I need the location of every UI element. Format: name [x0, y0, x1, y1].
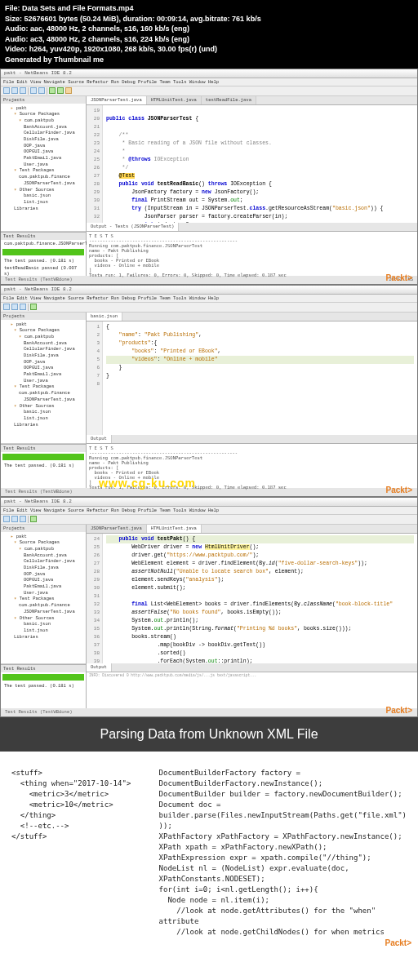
audio-line-1: Audio: aac, 48000 Hz, 2 channels, s16, 1… [5, 24, 413, 34]
audio-line-2: Audio: ac3, 48000 Hz, 2 channels, s16, 2… [5, 34, 413, 45]
tree-item: PaktEmail.java [2, 583, 84, 590]
menu-bar[interactable]: File Edit View Navigate Source Refactor … [1, 295, 417, 303]
slide-java-code: DocumentBuilderFactory factory = Documen… [159, 768, 407, 938]
projects-pane: Projects ▸ pakt ▾ Source Packages ▾ com.… [1, 313, 86, 444]
editor-tab[interactable]: HTMLUnitTest.java [147, 525, 202, 533]
file-size-line: Size: 52676601 bytes (50.24 MiB), durati… [5, 14, 413, 24]
tree-item: JSONParserTest.java [2, 397, 84, 403]
code-content[interactable]: { "name": "Pakt Publishing", "products":… [103, 321, 417, 435]
project-tree[interactable]: ▸ pakt ▾ Source Packages ▾ com.paktpub B… [1, 320, 86, 430]
file-info-block: File: Data Sets and File Formats.mp4 Siz… [0, 0, 418, 69]
open-icon[interactable] [11, 516, 18, 522]
tree-item: User.java [2, 590, 84, 596]
new-file-icon[interactable] [3, 87, 10, 94]
editor-tabs: JSONParserTest.java HTMLUnitTest.java te… [87, 96, 417, 105]
save-icon[interactable] [20, 304, 26, 310]
toolbar [1, 303, 417, 313]
run-icon[interactable] [30, 516, 37, 522]
sidebar: Projects ▸ pakt ▾ Source Packages ▾ com.… [1, 96, 87, 276]
editor-tab[interactable]: JSONParserTest.java [87, 525, 147, 533]
pane-header: Projects [1, 96, 86, 104]
code-editor[interactable]: 242526 272829 303132 333435 363738 39404… [87, 534, 417, 663]
new-file-icon[interactable] [3, 304, 10, 310]
project-tree[interactable]: ▸ pakt ▾ Source Packages ▾ com.paktpub B… [1, 532, 86, 642]
undo-icon[interactable] [30, 87, 37, 94]
output-tab[interactable]: Output - Tests (JSONParserTest) [87, 223, 179, 231]
status-left: Test Results (TestWBdone) [5, 489, 73, 495]
output-tab[interactable]: Output [87, 663, 112, 672]
tree-item: ▸ pakt [2, 534, 84, 540]
line-gutter: 192021 222324 252627 282930 313233 34353… [87, 105, 103, 223]
pane-header: Projects [1, 525, 86, 532]
editor-area: basic.json 123 456 78 { "name": "Pakt Pu… [87, 313, 417, 488]
run-icon[interactable] [49, 87, 56, 94]
pane-header: Test Results [1, 445, 86, 452]
editor-tab[interactable]: basic.json [87, 313, 122, 321]
menu-bar[interactable]: File Edit View Navigate Source Refactor … [1, 78, 417, 86]
tree-item: CellularFinder.java [2, 130, 84, 136]
tree-item: ▾ Test Packages [2, 596, 84, 602]
editor-area: JSONParserTest.java HTMLUnitTest.java 24… [87, 525, 417, 708]
video-line: Video: h264, yuv420p, 1920x1080, 268 kb/… [5, 44, 413, 55]
test-progress-bar [2, 674, 84, 681]
editor-tabs: basic.json [87, 313, 417, 321]
output-tab[interactable]: Output [87, 435, 112, 443]
code-editor[interactable]: 123 456 78 { "name": "Pakt Publishing", … [87, 321, 417, 435]
run-icon[interactable] [30, 304, 37, 310]
code-content[interactable]: public void testPakt() { WebDriver drive… [103, 534, 417, 663]
debug-icon[interactable] [57, 87, 64, 94]
editor-tab[interactable]: JSONParserTest.java [87, 96, 147, 104]
ide-window-1: pakt - NetBeans IDE 8.2 File Edit View N… [0, 69, 418, 285]
test-pass: The test passed. (0.181 s) [1, 682, 86, 690]
tree-item: JSONParserTest.java [2, 609, 84, 615]
output-tabs: Output [87, 435, 417, 443]
tree-item: OOPGUI.java [2, 577, 84, 583]
open-icon[interactable] [11, 304, 18, 310]
code-editor[interactable]: 192021 222324 252627 282930 313233 34353… [87, 105, 417, 223]
output-tabs: Output [87, 663, 417, 672]
status-left: Test Results (TestWBdone) [5, 709, 73, 716]
save-icon[interactable] [20, 87, 26, 94]
output-text: T E S T S ------------------------------… [89, 233, 415, 277]
editor-tab[interactable]: testReadFile.java [202, 96, 256, 104]
tree-item: OOPGUI.java [2, 149, 84, 155]
tree-item: User.java [2, 162, 84, 168]
tree-item: ▾ Source Packages [2, 539, 84, 546]
output-tabs: Output - Tests (JSONParserTest) [87, 223, 417, 231]
sidebar: Projects ▸ pakt ▾ Source Packages ▾ com.… [1, 525, 87, 708]
packt-logo: Packt> [385, 273, 412, 282]
tree-item: OOP.java [2, 571, 84, 578]
watermark-text: www.cg-ku.com [99, 477, 196, 490]
test-results-pane: Test Results The test passed. (0.181 s) [1, 444, 86, 488]
open-icon[interactable] [11, 87, 18, 94]
project-tree[interactable]: ▸ pakt ▾ Source Packages ▾ com.paktpub B… [1, 104, 86, 214]
title-bar: pakt - NetBeans IDE 8.2 [1, 498, 417, 507]
tree-item: Libraries [2, 634, 84, 641]
tree-item: OOP.java [2, 359, 84, 366]
tree-item: ▾ Source Packages [2, 327, 84, 334]
projects-pane: Projects ▸ pakt ▾ Source Packages ▾ com.… [1, 525, 86, 664]
tree-item: list.json [2, 627, 84, 634]
slide-body: <stuff> <thing when="2017-10-14"> <metri… [0, 752, 418, 955]
tree-item: ▾ com.paktpub [2, 546, 84, 552]
new-file-icon[interactable] [3, 516, 10, 522]
code-content[interactable]: public class JSONParserTest { /** * Basi… [103, 105, 417, 223]
editor-tab[interactable]: HTMLUnitTest.java [147, 96, 202, 104]
line-gutter: 123 456 78 [87, 321, 103, 435]
test-pass: The test passed. (0.181 s) [1, 257, 86, 264]
editor-area: JSONParserTest.java HTMLUnitTest.java te… [87, 96, 417, 276]
test-results-pane: Test Results The test passed. (0.181 s) [1, 664, 86, 708]
ide-window-3: pakt - NetBeans IDE 8.2 File Edit View N… [0, 497, 418, 717]
save-icon[interactable] [20, 516, 26, 522]
test-results-pane: Test Results com.paktpub.finance.JSONPar… [1, 232, 86, 276]
build-icon[interactable] [65, 87, 72, 94]
tree-item: basic.json [2, 193, 84, 199]
tree-item: BankAccount.java [2, 552, 84, 559]
menu-bar[interactable]: File Edit View Navigate Source Refactor … [1, 507, 417, 515]
tree-item: PaktEmail.java [2, 371, 84, 378]
tree-item: JSONParserTest.java [2, 180, 84, 187]
redo-icon[interactable] [38, 87, 45, 94]
slide-title: Parsing Data from Unknown XML File [0, 717, 418, 752]
test-progress-bar [2, 454, 84, 460]
tree-item: CellularFinder.java [2, 558, 84, 565]
